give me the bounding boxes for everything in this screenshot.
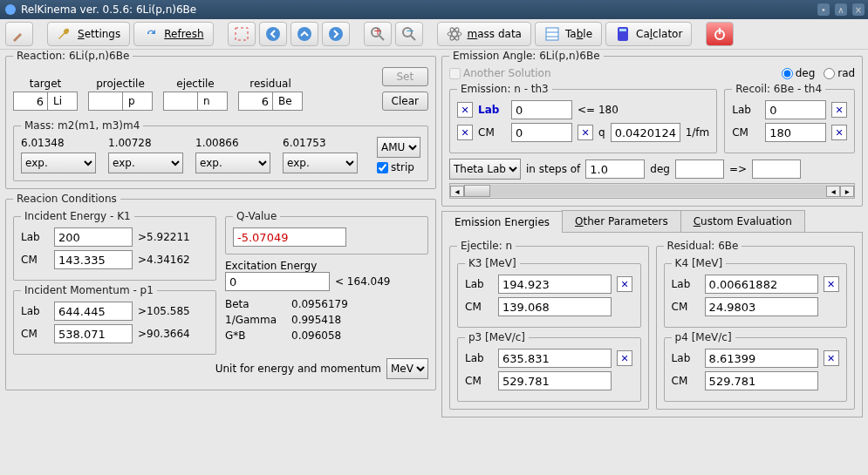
circle-right-icon [328, 26, 344, 42]
projectile-header: projectile [96, 78, 145, 90]
em-lab-x[interactable]: ✕ [457, 102, 473, 118]
mass-unit-select[interactable]: AMU [377, 137, 420, 158]
set-button[interactable]: Set [382, 67, 428, 86]
proj-sym: p [123, 92, 153, 111]
mass-val-2: 1.00866 [195, 137, 270, 149]
tab-custom-eval[interactable]: Custom Evaluation [680, 210, 805, 232]
from-input[interactable] [675, 159, 724, 179]
p3-cm[interactable] [498, 371, 612, 390]
mass-src-0[interactable]: exp. [21, 153, 96, 173]
svg-rect-1 [236, 28, 248, 40]
steps-input[interactable] [585, 159, 645, 179]
nav1-button[interactable] [259, 22, 287, 46]
atom-icon [447, 26, 462, 42]
p4-cm[interactable] [705, 371, 818, 390]
wand-icon [11, 26, 27, 42]
tab-other-params[interactable]: Other Parameters [562, 210, 681, 232]
power-button[interactable] [706, 22, 734, 46]
k3-cm[interactable] [498, 297, 612, 316]
proj-num-input[interactable] [88, 92, 123, 111]
em-lab-input[interactable] [511, 100, 572, 119]
svg-text:+: + [373, 26, 382, 37]
k3-group: K3 [MeV] Lab✕ CM [457, 257, 641, 328]
calculator-icon [615, 26, 631, 42]
ejec-num-input[interactable] [163, 92, 198, 111]
fit-button[interactable] [228, 22, 256, 46]
svg-rect-18 [619, 29, 626, 31]
clear-button[interactable]: Clear [382, 92, 428, 111]
rec-cm-input[interactable] [765, 123, 826, 142]
mass-val-0: 6.01348 [21, 137, 96, 149]
rec-cm-x[interactable]: ✕ [831, 125, 847, 140]
nav3-button[interactable] [322, 22, 350, 46]
circle-left-icon [265, 26, 281, 42]
excitation-input[interactable] [225, 272, 330, 291]
mass-src-3[interactable]: exp. [283, 153, 358, 173]
residual-group: Residual: 6Be K4 [MeV] Lab✕ CM p4 [MeV/c… [656, 240, 856, 410]
angle-scrollbar[interactable]: ◂◂▸ [449, 183, 855, 199]
res-num-input[interactable] [238, 92, 273, 111]
p1-cm-input[interactable] [54, 324, 133, 343]
deg-radio[interactable]: deg [782, 67, 816, 79]
svg-point-2 [266, 27, 280, 41]
calculator-button[interactable]: Calclator [605, 22, 692, 46]
target-num-input[interactable] [13, 92, 48, 111]
p1-group: Incident Momentum - p1 Lab>105.585 CM>90… [13, 284, 216, 355]
window-title: RelKinema ver. 0.5.6: 6Li(p,n)6Be [21, 3, 196, 16]
k1-lab-input[interactable] [54, 227, 133, 247]
theta-select[interactable]: Theta Lab [449, 159, 521, 180]
settings-button[interactable]: SSettingsettings [47, 22, 130, 46]
toolbar: SSettingsettings Refresh + − mass data T… [0, 19, 868, 50]
nav2-button[interactable] [290, 22, 318, 46]
reaction-legend: Reaction: 6Li(p,n)6Be [13, 50, 133, 62]
titlebar: RelKinema ver. 0.5.6: 6Li(p,n)6Be • ∧ × [0, 0, 868, 19]
qvalue-group: Q-Value [225, 210, 428, 254]
result-tabs: Emission Energies Other Parameters Custo… [441, 210, 863, 233]
p3-lab[interactable] [498, 349, 612, 368]
strip-check[interactable]: strip [377, 161, 420, 173]
mass-src-1[interactable]: exp. [108, 153, 183, 173]
rad-radio[interactable]: rad [824, 67, 855, 79]
close-icon[interactable]: × [852, 3, 865, 16]
q-x[interactable]: ✕ [578, 125, 593, 140]
mass-val-3: 6.01753 [283, 137, 358, 149]
k3-lab[interactable] [498, 275, 612, 294]
k4-lab[interactable] [705, 275, 818, 294]
k4-cm[interactable] [705, 297, 818, 316]
zoom-out-icon: − [401, 26, 417, 42]
q-input[interactable] [611, 123, 680, 142]
maximize-icon[interactable]: ∧ [835, 3, 847, 16]
mass-data-button[interactable]: mass data [437, 22, 531, 46]
power-icon [712, 26, 728, 42]
k4-lab-x[interactable]: ✕ [824, 276, 839, 292]
recoil-sub: Recoil: 6Be - th4 Lab✕ CM✕ [724, 83, 855, 153]
zoomin-button[interactable]: + [364, 22, 392, 46]
mass-src-2[interactable]: exp. [195, 153, 270, 173]
unit-select[interactable]: MeV [386, 358, 428, 379]
tab-emission-energies[interactable]: Emission Energies [441, 211, 563, 233]
zoomout-button[interactable]: − [395, 22, 423, 46]
em-cm-x[interactable]: ✕ [457, 125, 473, 140]
refresh-icon [143, 26, 159, 42]
circle-up-icon [297, 26, 312, 42]
em-cm-input[interactable] [511, 123, 572, 142]
svg-rect-14 [546, 28, 558, 40]
refresh-button[interactable]: Refresh [133, 22, 213, 46]
p4-lab[interactable] [705, 349, 818, 368]
another-check[interactable]: Another Solution [449, 67, 550, 79]
k3-lab-x[interactable]: ✕ [617, 276, 632, 292]
minimize-icon[interactable]: • [817, 3, 830, 16]
p1-lab-input[interactable] [54, 302, 133, 321]
p3-lab-x[interactable]: ✕ [617, 350, 632, 366]
to-input[interactable] [752, 159, 801, 179]
table-button[interactable]: Table [535, 22, 602, 46]
residual-header: residual [249, 78, 291, 90]
rec-lab-input[interactable] [765, 100, 826, 119]
p4-lab-x[interactable]: ✕ [824, 350, 839, 366]
target-sym: Li [48, 92, 78, 111]
k4-group: K4 [MeV] Lab✕ CM [664, 257, 848, 328]
k1-cm-input[interactable] [54, 250, 133, 269]
rec-lab-x[interactable]: ✕ [831, 102, 847, 118]
home-button[interactable] [5, 22, 33, 46]
zoom-in-icon: + [370, 26, 386, 42]
